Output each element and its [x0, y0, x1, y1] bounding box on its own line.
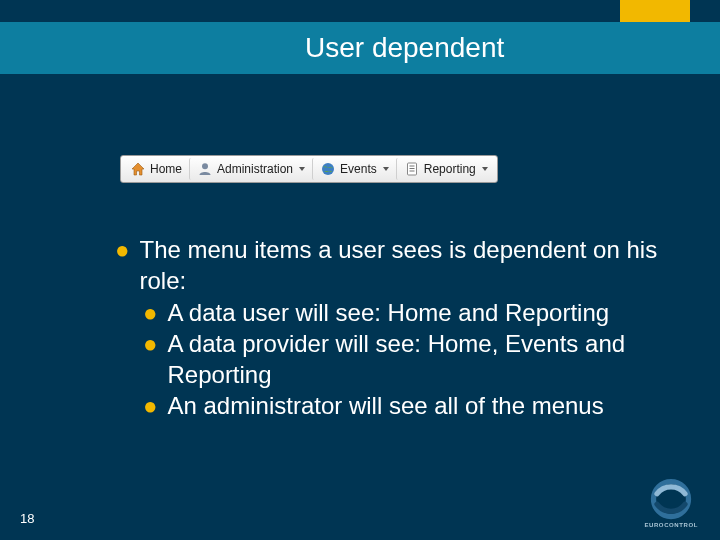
menu-toolbar: Home Administration	[120, 155, 498, 183]
bullet-main: ● The menu items a user sees is dependen…	[115, 235, 660, 296]
eurocontrol-logo: EUROCONTROL	[644, 478, 698, 528]
sub-bullet: ● A data user will see: Home and Reporti…	[143, 298, 660, 329]
svg-marker-0	[132, 163, 144, 175]
content-area: ● The menu items a user sees is dependen…	[115, 235, 660, 421]
sub-bullet-text: An administrator will see all of the men…	[168, 391, 661, 422]
sub-bullet: ● A data provider will see: Home, Events…	[143, 329, 660, 390]
sub-bullet-text: A data user will see: Home and Reporting	[168, 298, 661, 329]
slide-number: 18	[20, 511, 34, 526]
bullet-dot-icon: ●	[143, 298, 158, 329]
svg-point-1	[202, 163, 208, 169]
sub-bullet-list: ● A data user will see: Home and Reporti…	[143, 298, 660, 421]
bullet-dot-icon: ●	[115, 235, 130, 296]
toolbar-item-administration[interactable]: Administration	[189, 158, 312, 180]
chevron-down-icon	[299, 167, 305, 171]
toolbar-item-home[interactable]: Home	[123, 158, 189, 180]
toolbar-item-label: Administration	[217, 162, 293, 176]
logo-swirl-icon	[650, 478, 692, 520]
slide: User dependent Home Administra	[0, 0, 720, 540]
toolbar-item-label: Reporting	[424, 162, 476, 176]
bullet-dot-icon: ●	[143, 329, 158, 390]
svg-point-2	[322, 163, 334, 175]
sub-bullet-text: A data provider will see: Home, Events a…	[168, 329, 661, 390]
logo-text: EUROCONTROL	[644, 522, 698, 528]
chevron-down-icon	[482, 167, 488, 171]
toolbar-item-reporting[interactable]: Reporting	[396, 158, 495, 180]
toolbar-item-events[interactable]: Events	[312, 158, 396, 180]
globe-icon	[320, 161, 336, 177]
bullet-dot-icon: ●	[143, 391, 158, 422]
toolbar-item-label: Events	[340, 162, 377, 176]
toolbar-item-label: Home	[150, 162, 182, 176]
chevron-down-icon	[383, 167, 389, 171]
title-band: User dependent	[0, 22, 720, 74]
home-icon	[130, 161, 146, 177]
user-icon	[197, 161, 213, 177]
slide-title: User dependent	[305, 32, 504, 64]
accent-bar	[620, 0, 690, 22]
toolbar-screenshot: Home Administration	[120, 155, 498, 183]
bullet-text: The menu items a user sees is dependent …	[140, 235, 661, 296]
sub-bullet: ● An administrator will see all of the m…	[143, 391, 660, 422]
document-icon	[404, 161, 420, 177]
